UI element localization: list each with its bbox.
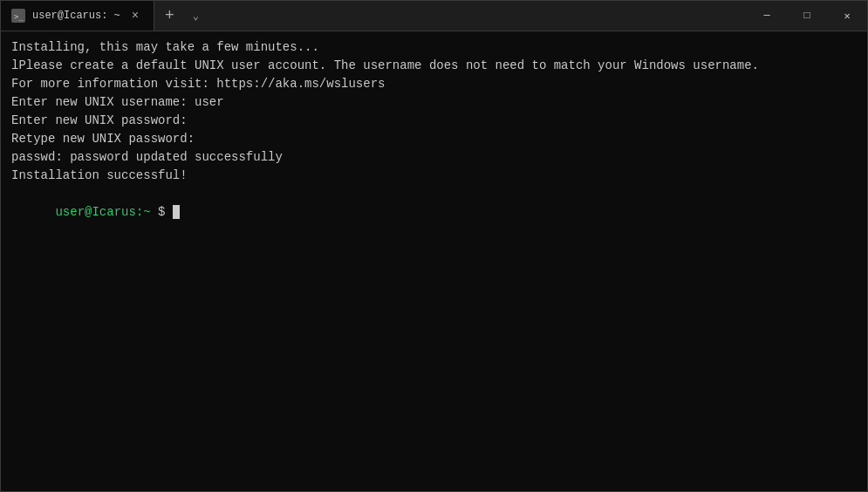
maximize-button[interactable]: □ [787, 1, 827, 31]
terminal-line-4: Enter new UNIX username: user [11, 93, 857, 112]
prompt-symbol: $ [151, 205, 173, 219]
terminal-line-6: Retype new UNIX password: [11, 130, 857, 148]
tab-close-button[interactable]: × [127, 8, 143, 24]
active-tab[interactable]: >_ user@Icarus: ~ × [1, 1, 154, 31]
terminal-line-1: Installing, this may take a few minutes.… [11, 38, 857, 57]
tab-title: user@Icarus: ~ [32, 10, 120, 22]
svg-text:>_: >_ [14, 12, 24, 21]
tab-area: >_ user@Icarus: ~ × + ⌄ [1, 1, 374, 31]
new-tab-button[interactable]: + [154, 1, 185, 31]
terminal-line-8: Installation successful! [11, 167, 857, 185]
prompt-user: user@Icarus [55, 205, 135, 219]
terminal-line-2: lPlease create a default UNIX user accou… [11, 57, 857, 75]
minimize-button[interactable]: ─ [747, 1, 787, 31]
terminal-prompt-line: user@Icarus:~ $ [11, 185, 857, 240]
close-button[interactable]: ✕ [827, 1, 867, 31]
window-controls: ─ □ ✕ [747, 1, 867, 31]
titlebar: >_ user@Icarus: ~ × + ⌄ ─ □ ✕ [1, 1, 867, 31]
terminal-window: >_ user@Icarus: ~ × + ⌄ ─ □ ✕ Installing… [0, 0, 868, 492]
terminal-body[interactable]: Installing, this may take a few minutes.… [1, 31, 867, 491]
terminal-cursor [173, 205, 180, 219]
terminal-line-5: Enter new UNIX password: [11, 112, 857, 130]
terminal-line-7: passwd: password updated successfully [11, 148, 857, 167]
prompt-path: :~ [136, 205, 151, 219]
terminal-icon: >_ [11, 9, 25, 23]
terminal-line-3: For more information visit: https://aka.… [11, 75, 857, 93]
tab-dropdown-button[interactable]: ⌄ [185, 1, 207, 31]
